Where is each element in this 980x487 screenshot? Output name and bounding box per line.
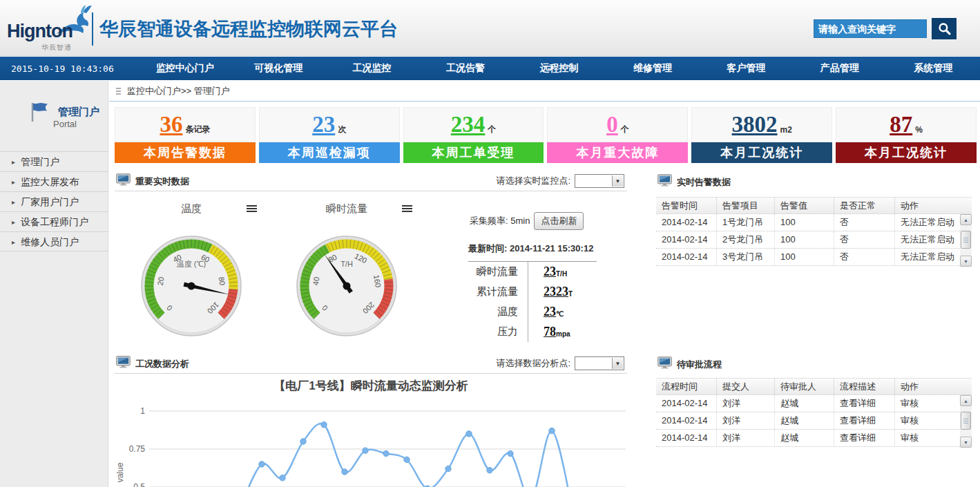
realtime-section-header: 重要实时数据 请选择实时监控点: ▼: [115, 172, 627, 191]
chevron-right-icon: ▸: [12, 172, 15, 192]
stat-card: 36条记录本周告警数据: [115, 107, 256, 163]
scrollbar-thumb[interactable]: [961, 412, 971, 430]
chart-menu-icon[interactable]: [247, 205, 257, 213]
scroll-up-icon[interactable]: ▲: [960, 395, 972, 406]
nav-timestamp: 2015-10-19 10:43:06: [0, 64, 138, 74]
nav-item[interactable]: 可视化管理: [231, 62, 325, 75]
alarm-section-header: 实时告警数据: [656, 173, 972, 191]
table-cell: 无法正常启动: [895, 214, 960, 231]
table-cell: 2014-02-14: [656, 430, 717, 446]
table-cell: 赵城: [775, 412, 834, 429]
sidebar-item-label: 维修人员门户: [21, 236, 79, 247]
nav-item[interactable]: 工况告警: [419, 62, 512, 75]
analysis-point-select[interactable]: ▼: [575, 356, 624, 370]
scrollbar[interactable]: ▲▼: [960, 395, 972, 448]
stat-value-link[interactable]: 87: [890, 113, 912, 136]
reading-unit: mpa: [556, 330, 570, 338]
chevron-down-icon[interactable]: ▼: [612, 358, 623, 369]
search-input[interactable]: [814, 19, 927, 38]
nav-item[interactable]: 监控中心门户: [138, 62, 231, 75]
table-row: 2014-02-142号龙门吊100否无法正常启动: [656, 231, 960, 249]
table-cell: 审核: [895, 430, 960, 446]
monitor-icon: [657, 174, 672, 189]
stat-value-link[interactable]: 23: [312, 113, 335, 136]
portal-subtitle: Portal: [53, 119, 77, 129]
scrollbar[interactable]: ▲▼: [960, 214, 972, 267]
stat-value-link[interactable]: 3802: [732, 113, 778, 136]
realtime-section-title: 重要实时数据: [135, 175, 189, 188]
search-button[interactable]: [932, 18, 957, 39]
sidebar-item[interactable]: ▸管理门户: [0, 151, 108, 171]
stat-card-top: 87%: [836, 107, 977, 142]
flag-icon: [29, 102, 51, 122]
nav-item[interactable]: 产品管理: [793, 62, 886, 75]
column-header: 提交人: [717, 379, 775, 394]
portal-title: 管理门户: [58, 106, 99, 119]
page-header: Hignton 华辰智通 华辰智通设备远程监控物联网云平台: [0, 0, 980, 56]
monitor-point-select[interactable]: ▼: [575, 174, 624, 188]
svg-text:T/H: T/H: [340, 260, 353, 268]
stat-value-link[interactable]: 0: [606, 113, 618, 136]
stat-unit: 个: [488, 124, 496, 135]
column-header: 告警时间: [656, 198, 717, 213]
nav-item[interactable]: 系统管理: [887, 62, 980, 75]
table-cell: 2号龙门吊: [717, 231, 775, 248]
chevron-right-icon: ▸: [12, 192, 15, 212]
table-cell: 3号龙门吊: [717, 249, 775, 265]
nav-item[interactable]: 工况监控: [325, 62, 419, 75]
nav-item[interactable]: 远程控制: [512, 62, 606, 75]
scroll-down-icon[interactable]: ▼: [960, 256, 972, 267]
reading-number: 2323: [544, 285, 568, 299]
table-cell: 刘洋: [717, 395, 775, 412]
sidebar-item[interactable]: ▸厂家用户门户: [0, 191, 108, 211]
stat-card: 23次本周巡检漏项: [259, 107, 400, 163]
table-cell: 刘洋: [717, 412, 775, 429]
sidebar-item[interactable]: ▸监控大屏发布: [0, 171, 108, 191]
approval-table: 流程时间提交人待审批人流程描述动作2014-02-14刘洋赵城查看详细审核201…: [656, 378, 972, 447]
table-cell: 否: [834, 214, 895, 231]
logo: Hignton 华辰智通: [6, 6, 94, 51]
svg-text:40: 40: [311, 276, 321, 286]
brand-name: Hignton: [7, 21, 73, 42]
reading-row: 累计流量2323T: [464, 282, 609, 302]
column-header: 流程描述: [834, 379, 895, 394]
column-header: 告警值: [775, 198, 834, 213]
table-cell: 否: [834, 231, 895, 248]
stat-unit: 次: [338, 124, 346, 135]
chevron-right-icon: ▸: [12, 232, 15, 252]
stat-unit: %: [915, 125, 923, 135]
table-row: 2014-02-14刘洋赵城查看详细审核: [656, 395, 960, 412]
stat-value-link[interactable]: 36: [160, 113, 182, 136]
stat-card-label: 本月工况统计: [836, 142, 977, 163]
table-cell: 2014-02-14: [656, 395, 717, 412]
stat-card: 0个本月重大故障: [547, 107, 688, 163]
table-cell: 否: [834, 249, 895, 265]
chart-menu-icon[interactable]: [402, 205, 412, 213]
reading-value: 23℃: [528, 302, 564, 322]
reading-label: 瞬时流量: [464, 265, 528, 278]
refresh-button[interactable]: 点击刷新: [534, 212, 584, 230]
nav-item[interactable]: 维修管理: [606, 62, 699, 75]
nav-item[interactable]: 客户管理: [700, 62, 793, 75]
reading-number: 23: [544, 305, 556, 319]
table-cell: 2014-02-14: [656, 412, 717, 429]
scroll-down-icon[interactable]: ▼: [960, 437, 972, 448]
svg-text:80: 80: [218, 276, 227, 286]
breadcrumb: 监控中心门户>> 管理门户: [109, 81, 980, 102]
stat-value-link[interactable]: 234: [451, 113, 486, 136]
scroll-up-icon[interactable]: ▲: [960, 214, 972, 225]
sidebar-item[interactable]: ▸设备工程师门户: [0, 211, 108, 231]
reading-value: 23T/H: [528, 262, 567, 282]
table-cell: 查看详细: [834, 395, 895, 412]
reading-number: 23: [544, 265, 556, 279]
line-chart: 10.750.50.250value: [115, 393, 627, 487]
sidebar-menu: ▸管理门户▸监控大屏发布▸厂家用户门户▸设备工程师门户▸维修人员门户: [0, 151, 108, 251]
scrollbar-thumb[interactable]: [961, 231, 971, 249]
column-header: 动作: [895, 379, 972, 394]
sidebar-item[interactable]: ▸维修人员门户: [0, 231, 108, 251]
temperature-gauge: 020406080100温度 (℃): [140, 234, 243, 338]
svg-text:0.75: 0.75: [129, 444, 146, 454]
chevron-down-icon[interactable]: ▼: [612, 175, 623, 187]
table-cell: 审核: [895, 395, 960, 412]
stat-unit: 条记录: [185, 124, 210, 135]
